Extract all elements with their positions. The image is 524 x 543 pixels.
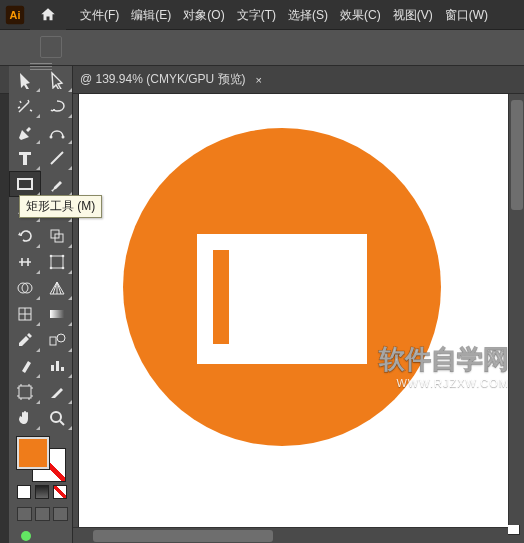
horizontal-scrollbar[interactable]: [73, 527, 508, 543]
selection-tool[interactable]: [9, 67, 41, 93]
zoom-tool[interactable]: [41, 405, 73, 431]
paintbrush-tool[interactable]: [41, 171, 73, 197]
tools-panel: [9, 66, 73, 543]
shape-builder-tool[interactable]: [9, 275, 41, 301]
home-icon: [39, 6, 57, 24]
slice-tool[interactable]: [41, 379, 73, 405]
draw-inside-mode[interactable]: [53, 507, 68, 521]
blend-tool-icon: [48, 331, 66, 349]
draw-behind-mode[interactable]: [35, 507, 50, 521]
close-icon[interactable]: ×: [256, 74, 262, 86]
app-logo: Ai: [0, 0, 30, 30]
direct-selection-tool[interactable]: [41, 67, 73, 93]
tools-grid: [9, 67, 72, 431]
fill-gradient-mode[interactable]: [35, 485, 49, 499]
rectangle-tool-icon: [16, 175, 34, 193]
width-tool-icon: [16, 253, 34, 271]
svg-point-11: [62, 267, 65, 270]
watermark: 软件自学网 WWW.RJZXW.COM: [379, 342, 509, 389]
perspective-grid-tool-icon: [48, 279, 66, 297]
artboard[interactable]: 软件自学网 WWW.RJZXW.COM: [79, 94, 519, 534]
menu-file[interactable]: 文件(F): [74, 0, 125, 30]
magic-wand-tool[interactable]: [9, 93, 41, 119]
mesh-tool-icon: [16, 305, 34, 323]
mesh-tool[interactable]: [9, 301, 41, 327]
line-segment-tool-icon: [48, 149, 66, 167]
document-tab-label: @ 139.94% (CMYK/GPU 预览): [80, 71, 246, 88]
blend-tool[interactable]: [41, 327, 73, 353]
line-segment-tool[interactable]: [41, 145, 73, 171]
fill-mode-row: [17, 485, 68, 499]
svg-point-10: [50, 267, 53, 270]
zoom-tool-icon: [48, 409, 66, 427]
control-bar: [0, 30, 524, 66]
menu-select[interactable]: 选择(S): [282, 0, 334, 30]
pen-tool[interactable]: [9, 119, 41, 145]
watermark-line2: WWW.RJZXW.COM: [379, 377, 509, 389]
svg-point-2: [50, 136, 53, 139]
menu-object[interactable]: 对象(O): [177, 0, 230, 30]
fill-stroke-stack[interactable]: [17, 437, 65, 481]
column-graph-tool[interactable]: [41, 353, 73, 379]
fill-swatch[interactable]: [17, 437, 49, 469]
fill-color-mode[interactable]: [17, 485, 31, 499]
watermark-line1: 软件自学网: [379, 342, 509, 377]
workspace: 软件自学网 WWW.RJZXW.COM: [0, 94, 524, 543]
direct-selection-tool-icon: [48, 71, 66, 89]
svg-point-9: [62, 255, 65, 258]
lasso-tool[interactable]: [41, 93, 73, 119]
artboard-tool[interactable]: [9, 379, 41, 405]
scale-tool[interactable]: [41, 223, 73, 249]
svg-rect-4: [18, 179, 32, 189]
home-button[interactable]: [30, 0, 66, 30]
gradient-tool[interactable]: [41, 301, 73, 327]
rotate-tool-icon: [16, 227, 34, 245]
document-tab[interactable]: @ 139.94% (CMYK/GPU 预览) ×: [74, 66, 268, 94]
menu-effect[interactable]: 效果(C): [334, 0, 387, 30]
color-swatches: [9, 431, 72, 543]
eyedropper-tool-icon: [16, 331, 34, 349]
column-graph-tool-icon: [48, 357, 66, 375]
vertical-scrollbar[interactable]: [508, 94, 524, 525]
control-chunk[interactable]: [40, 36, 62, 58]
rectangle-tool[interactable]: [9, 171, 41, 197]
rotate-tool[interactable]: [9, 223, 41, 249]
type-tool-icon: [16, 149, 34, 167]
paintbrush-tool-icon: [48, 175, 66, 193]
canvas-frame: 软件自学网 WWW.RJZXW.COM: [73, 94, 522, 541]
symbol-sprayer-tool-icon: [16, 357, 34, 375]
svg-text:Ai: Ai: [10, 9, 21, 21]
fill-none-mode[interactable]: [53, 485, 67, 499]
vertical-scroll-thumb[interactable]: [511, 100, 523, 210]
svg-rect-15: [50, 310, 64, 318]
width-tool[interactable]: [9, 249, 41, 275]
screen-mode-button[interactable]: [21, 531, 31, 541]
lasso-tool-icon: [48, 97, 66, 115]
draw-mode-row: [17, 507, 68, 521]
menu-edit[interactable]: 编辑(E): [125, 0, 177, 30]
artwork-bar[interactable]: [213, 250, 229, 344]
horizontal-scroll-thumb[interactable]: [93, 530, 273, 542]
hand-tool[interactable]: [9, 405, 41, 431]
eyedropper-tool[interactable]: [9, 327, 41, 353]
perspective-grid-tool[interactable]: [41, 275, 73, 301]
symbol-sprayer-tool[interactable]: [9, 353, 41, 379]
tool-tooltip: 矩形工具 (M): [19, 195, 102, 218]
svg-rect-18: [19, 386, 31, 398]
hand-tool-icon: [16, 409, 34, 427]
type-tool[interactable]: [9, 145, 41, 171]
gradient-tool-icon: [48, 305, 66, 323]
free-transform-tool-icon: [48, 253, 66, 271]
main-menu: 文件(F) 编辑(E) 对象(O) 文字(T) 选择(S) 效果(C) 视图(V…: [74, 0, 494, 30]
draw-normal-mode[interactable]: [17, 507, 32, 521]
menu-window[interactable]: 窗口(W): [439, 0, 494, 30]
curvature-tool[interactable]: [41, 119, 73, 145]
menu-type[interactable]: 文字(T): [231, 0, 282, 30]
magic-wand-tool-icon: [16, 97, 34, 115]
shape-builder-tool-icon: [16, 279, 34, 297]
svg-point-19: [51, 412, 61, 422]
svg-rect-16: [50, 337, 56, 345]
free-transform-tool[interactable]: [41, 249, 73, 275]
menu-view[interactable]: 视图(V): [387, 0, 439, 30]
slice-tool-icon: [48, 383, 66, 401]
